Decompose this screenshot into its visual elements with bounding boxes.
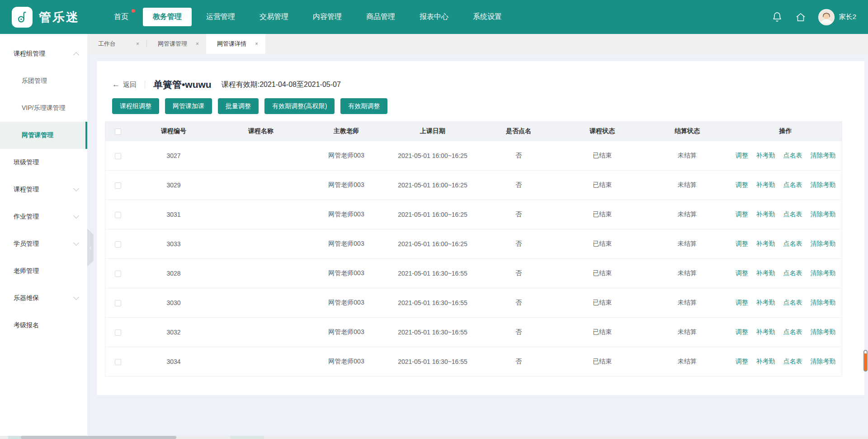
action-rollcall-sheet-link[interactable]: 点名表 [783, 152, 802, 159]
row-checkbox[interactable] [115, 212, 121, 218]
cell-date: 2021-05-01 16:00~16:25 [387, 200, 478, 229]
cell-course-name [217, 170, 305, 200]
user-menu[interactable]: 家长2 [818, 9, 856, 25]
table-row: 3028 网管老师003 2021-05-01 16:30~16:55 否 已结… [105, 258, 842, 288]
back-button[interactable]: ← 返回 [112, 80, 137, 89]
action-adjust-link[interactable]: 调整 [736, 152, 748, 159]
action-makeup-attendance-link[interactable]: 补考勤 [756, 240, 775, 247]
nav-item-content-mgmt[interactable]: 内容管理 [303, 8, 352, 26]
vertical-scrollbar-thumb[interactable] [863, 350, 868, 372]
chevron-down-icon [73, 186, 79, 191]
sidebar-item-instrument-maintenance[interactable]: 乐器维保 [0, 285, 87, 312]
row-checkbox[interactable] [115, 271, 121, 277]
tab-workbench[interactable]: 工作台 × [87, 34, 146, 54]
nav-item-trade-mgmt[interactable]: 交易管理 [250, 8, 298, 26]
action-makeup-attendance-link[interactable]: 补考勤 [756, 181, 775, 188]
sidebar-item-label: 课程管理 [14, 186, 39, 194]
action-adjust-link[interactable]: 调整 [736, 181, 748, 188]
chevron-down-icon [73, 213, 79, 219]
cell-course-no: 3029 [131, 170, 217, 200]
action-adjust-link[interactable]: 调整 [736, 299, 748, 306]
action-makeup-attendance-link[interactable]: 补考勤 [756, 152, 775, 159]
course-group-adjust-button[interactable]: 课程组调整 [112, 98, 159, 114]
validity-adjust-button[interactable]: 有效期调整 [340, 98, 387, 114]
row-checkbox[interactable] [115, 329, 121, 336]
sidebar-item-course-mgmt[interactable]: 课程管理 [0, 176, 87, 203]
table-row: 3032 网管老师003 2021-05-01 16:30~16:55 否 已结… [105, 317, 842, 347]
sidebar-item-class-mgmt[interactable]: 班级管理 [0, 149, 87, 176]
nav-item-home[interactable]: 首页 [104, 8, 138, 26]
action-clear-attendance-link[interactable]: 清除考勤 [810, 210, 835, 218]
row-checkbox[interactable] [115, 359, 121, 365]
action-adjust-link[interactable]: 调整 [736, 240, 748, 247]
sidebar-item-student-mgmt[interactable]: 学员管理 [0, 230, 87, 258]
cell-course-no: 3033 [131, 229, 217, 258]
action-rollcall-sheet-link[interactable]: 点名表 [783, 299, 802, 306]
action-clear-attendance-link[interactable]: 清除考勤 [810, 269, 835, 277]
close-icon[interactable]: × [196, 41, 199, 47]
tab-online-course-detail[interactable]: 网管课详情 × [206, 34, 265, 54]
nav-item-academic-mgmt[interactable]: 教务管理 [143, 8, 192, 26]
action-makeup-attendance-link[interactable]: 补考勤 [756, 328, 775, 335]
action-makeup-attendance-link[interactable]: 补考勤 [756, 269, 775, 277]
nav-item-system-settings[interactable]: 系统设置 [463, 8, 512, 26]
row-checkbox[interactable] [115, 182, 121, 189]
action-rollcall-sheet-link[interactable]: 点名表 [783, 240, 802, 247]
horizontal-scrollbar-thumb[interactable] [21, 436, 176, 439]
sidebar-collapse-handle[interactable]: ‹ [87, 229, 94, 267]
nav-item-label: 交易管理 [259, 13, 288, 20]
select-all-checkbox[interactable] [115, 129, 121, 135]
sidebar-item-online-course-mgmt[interactable]: 网管课管理 [0, 122, 87, 149]
batch-adjust-button[interactable]: 批量调整 [218, 98, 259, 114]
close-icon[interactable]: × [255, 41, 258, 47]
action-rollcall-sheet-link[interactable]: 点名表 [783, 269, 802, 277]
close-icon[interactable]: × [136, 41, 139, 47]
table-row: 3030 网管老师003 2021-05-01 16:30~16:55 否 已结… [105, 288, 842, 317]
avatar [818, 9, 835, 25]
action-rollcall-sheet-link[interactable]: 点名表 [783, 328, 802, 335]
sidebar-item-teacher-mgmt[interactable]: 老师管理 [0, 258, 87, 285]
tab-online-course-mgmt[interactable]: 网管课管理 × [147, 34, 206, 54]
action-adjust-link[interactable]: 调整 [736, 328, 748, 335]
row-checkbox[interactable] [115, 241, 121, 248]
action-makeup-attendance-link[interactable]: 补考勤 [756, 299, 775, 306]
nav-item-report-center[interactable]: 报表中心 [410, 8, 458, 26]
cell-course-name [217, 347, 305, 376]
sidebar-item-course-group-mgmt[interactable]: 课程组管理 [0, 40, 87, 67]
action-clear-attendance-link[interactable]: 清除考勤 [810, 299, 835, 306]
nav-item-product-mgmt[interactable]: 商品管理 [356, 8, 405, 26]
cell-course-no: 3032 [131, 317, 217, 347]
nav-item-operation-mgmt[interactable]: 运营管理 [196, 8, 245, 26]
action-clear-attendance-link[interactable]: 清除考勤 [810, 328, 835, 335]
action-clear-attendance-link[interactable]: 清除考勤 [810, 358, 835, 365]
row-checkbox[interactable] [115, 300, 121, 306]
horizontal-scrollbar[interactable] [0, 436, 868, 439]
action-rollcall-sheet-link[interactable]: 点名表 [783, 210, 802, 218]
action-makeup-attendance-link[interactable]: 补考勤 [756, 358, 775, 365]
action-adjust-link[interactable]: 调整 [736, 210, 748, 218]
sidebar-item-exam-registration[interactable]: 考级报名 [0, 312, 87, 339]
action-adjust-link[interactable]: 调整 [736, 358, 748, 365]
action-makeup-attendance-link[interactable]: 补考勤 [756, 210, 775, 218]
action-clear-attendance-link[interactable]: 清除考勤 [810, 240, 835, 247]
add-online-course-button[interactable]: 网管课加课 [165, 98, 212, 114]
action-clear-attendance-link[interactable]: 清除考勤 [810, 152, 835, 159]
sidebar-item-label: 学员管理 [14, 240, 39, 248]
home-icon[interactable] [795, 11, 807, 23]
validity-adjust-high-priv-button[interactable]: 有效期调整(高权限) [264, 98, 335, 114]
sidebar-item-homework-mgmt[interactable]: 作业管理 [0, 203, 87, 230]
action-rollcall-sheet-link[interactable]: 点名表 [783, 358, 802, 365]
bell-icon[interactable] [771, 11, 783, 23]
sidebar-item-label: 老师管理 [14, 267, 39, 275]
cell-course-no: 3028 [131, 258, 217, 288]
sidebar-item-vip-theory-mgmt[interactable]: VIP/乐理课管理 [0, 95, 87, 122]
row-checkbox[interactable] [115, 153, 121, 159]
table-row: 3034 网管老师003 2021-05-01 16:30~16:55 否 已结… [105, 347, 842, 376]
brand-name: 管乐迷 [39, 9, 80, 25]
action-rollcall-sheet-link[interactable]: 点名表 [783, 181, 802, 188]
sidebar-item-orchestra-mgmt[interactable]: 乐团管理 [0, 67, 87, 95]
cell-course-no: 3030 [131, 288, 217, 317]
action-clear-attendance-link[interactable]: 清除考勤 [810, 181, 835, 188]
action-adjust-link[interactable]: 调整 [736, 269, 748, 277]
col-settlement-status: 结算状态 [645, 122, 729, 141]
